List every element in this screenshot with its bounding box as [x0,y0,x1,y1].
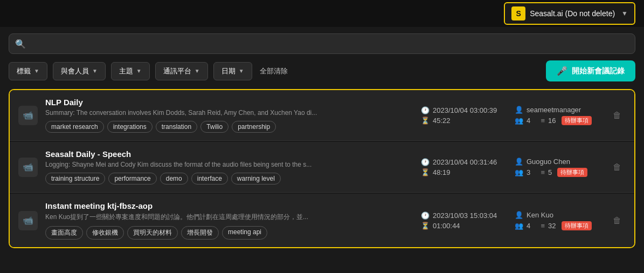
meeting-summary: Ken Kuo提到了一些關於專案進度和問題的討論。他們計劃在這周處理使用情況的部… [45,213,358,222]
meeting-date: 2023/10/03 15:03:04 [433,211,497,220]
delete-button[interactable]: 🗑 [608,108,626,122]
tag-market-research[interactable]: market research [45,121,104,133]
person-icon: 👤 [515,106,523,114]
meeting-duration-row: ⏳ 01:00:44 [421,222,507,230]
tag-meeting-api[interactable]: meeting api [222,226,267,240]
meeting-owner-row: 👤 Ken Kuo [515,211,601,219]
participants-icon: 👥 [515,168,523,176]
clock-icon: 🕐 [421,106,430,114]
meeting-owner: Guoguo Chen [527,158,570,166]
meeting-owner: Ken Kuo [527,211,553,219]
video-icon: 📹 [18,106,38,125]
meeting-todo-count: 16 [548,117,556,125]
person-icon: 👤 [515,211,523,219]
account-button[interactable]: S Seasalt.ai (Do not delete) ▼ [504,2,635,25]
search-icon: 🔍 [15,39,26,49]
meeting-user-1: 👤 Guoguo Chen 👥 3 ≡ 5 待辦事項 [515,158,601,177]
tag-growth-dev[interactable]: 增長開發 [181,226,219,240]
meeting-todo-count: 5 [548,168,552,176]
chevron-down-icon: ▼ [34,68,39,74]
meeting-todo-row: 👥 4 ≡ 32 待辦事項 [515,221,601,230]
meeting-list: 📹 NLP Daily Summary: The conversation in… [9,89,635,248]
meeting-date: 2023/10/04 03:00:39 [433,106,497,114]
meeting-card: 📹 Seasalt Daily - Speech Logging: Shayne… [10,142,634,193]
tag-integrations[interactable]: integrations [107,121,153,133]
start-recording-button[interactable]: 🎤 開始新會議記錄 [546,60,635,81]
meeting-title: NLP Daily [45,98,413,107]
meeting-todo-count: 32 [548,222,556,230]
tag-demo[interactable]: demo [160,173,188,185]
meeting-user-0: 👤 seameetmanager 👥 4 ≡ 16 待辦事項 [515,106,601,125]
tag-performance[interactable]: performance [108,173,156,185]
tag-translation[interactable]: translation [156,121,197,133]
meeting-meta-2: 🕐 2023/10/03 15:03:04 ⏳ 01:00:44 [421,211,507,230]
meeting-meta-1: 🕐 2023/10/04 00:31:46 ⏳ 48:19 [421,158,507,176]
delete-button[interactable]: 🗑 [608,214,626,228]
list-icon: ≡ [541,168,545,176]
hourglass-icon: ⏳ [421,117,430,125]
meeting-title: Seasalt Daily - Speech [45,149,413,159]
meeting-meta-0: 🕐 2023/10/04 03:00:39 ⏳ 45:22 [421,106,507,125]
tag-partnership[interactable]: partnership [232,121,276,133]
filter-tags-button[interactable]: 標籤 ▼ [9,62,47,80]
participants-icon: 👥 [515,222,523,230]
delete-button[interactable]: 🗑 [608,160,626,174]
meeting-tags: 畫面高度 修收銀機 買明天的材料 增長開發 meeting api [45,226,413,240]
meeting-date-row: 🕐 2023/10/04 03:00:39 [421,106,507,114]
filter-topic-button[interactable]: 主題 ▼ [111,62,150,80]
clear-all-button[interactable]: 全部清除 [258,63,290,80]
main-content: 🔍 標籤 ▼ 與會人員 ▼ 主題 ▼ 通訊平台 ▼ 日期 ▼ 全部清除 🎤 開始… [0,27,644,255]
filter-tags-label: 標籤 [17,66,31,76]
filter-bar: 標籤 ▼ 與會人員 ▼ 主題 ▼ 通訊平台 ▼ 日期 ▼ 全部清除 🎤 開始新會… [9,60,635,81]
meeting-summary: Logging: Shayne Mei and Cody Kim discuss… [45,161,358,168]
meeting-tags: training structure performance demo inte… [45,173,413,185]
video-icon: 📹 [18,158,38,177]
filter-attendees-button[interactable]: 與會人員 ▼ [53,62,106,80]
meeting-participants: 4 [527,222,530,230]
tag-interface[interactable]: interface [191,173,228,185]
meeting-owner: seameetmanager [527,106,581,114]
meeting-main-1: Seasalt Daily - Speech Logging: Shayne M… [45,149,413,185]
hourglass-icon: ⏳ [421,168,430,176]
meeting-duration-row: ⏳ 48:19 [421,168,507,176]
meeting-owner-row: 👤 seameetmanager [515,106,601,114]
participants-icon: 👥 [515,117,523,125]
meeting-todo-row: 👥 4 ≡ 16 待辦事項 [515,116,601,125]
meeting-summary: Summary: The conversation involves Kim D… [45,109,358,117]
meeting-tags: market research integrations translation… [45,121,413,133]
list-icon: ≡ [541,117,545,125]
meeting-duration: 48:19 [433,168,451,176]
tag-cashier[interactable]: 修收銀機 [86,226,124,240]
account-name: Seasalt.ai (Do not delete) [530,9,615,18]
meeting-date-row: 🕐 2023/10/04 00:31:46 [421,158,507,166]
search-container: 🔍 [9,33,635,54]
meeting-todo-row: 👥 3 ≡ 5 待辦事項 [515,168,601,177]
search-input[interactable] [9,33,635,54]
meeting-date: 2023/10/04 00:31:46 [433,158,497,166]
top-bar: S Seasalt.ai (Do not delete) ▼ [0,0,644,27]
filter-date-button[interactable]: 日期 ▼ [213,62,252,80]
meeting-card: 📹 Instant meeting ktj-fbsz-aop Ken Kuo提到… [10,194,634,247]
filter-topic-label: 主題 [119,66,133,76]
filter-platform-button[interactable]: 通訊平台 ▼ [155,62,208,80]
tag-screen-height[interactable]: 畫面高度 [45,226,83,240]
meeting-main-0: NLP Daily Summary: The conversation invo… [45,98,413,133]
filter-attendees-label: 與會人員 [61,66,89,76]
video-icon: 📹 [18,211,38,230]
meeting-duration-row: ⏳ 45:22 [421,117,507,125]
tag-materials[interactable]: 買明天的材料 [127,226,178,240]
todo-badge: 待辦事項 [562,221,592,230]
tag-warning-level[interactable]: warning level [231,173,281,185]
chevron-down-icon: ▼ [621,10,628,17]
todo-badge: 待辦事項 [562,116,592,125]
microphone-icon: 🎤 [557,66,567,76]
meeting-date-row: 🕐 2023/10/03 15:03:04 [421,211,507,220]
meeting-duration: 01:00:44 [433,222,460,230]
tag-twilio[interactable]: Twilio [200,121,228,133]
chevron-down-icon: ▼ [92,68,98,74]
meeting-duration: 45:22 [433,117,451,125]
tag-training-structure[interactable]: training structure [45,173,105,185]
meeting-participants: 4 [527,117,530,125]
hourglass-icon: ⏳ [421,222,430,230]
chevron-down-icon: ▼ [136,68,142,74]
